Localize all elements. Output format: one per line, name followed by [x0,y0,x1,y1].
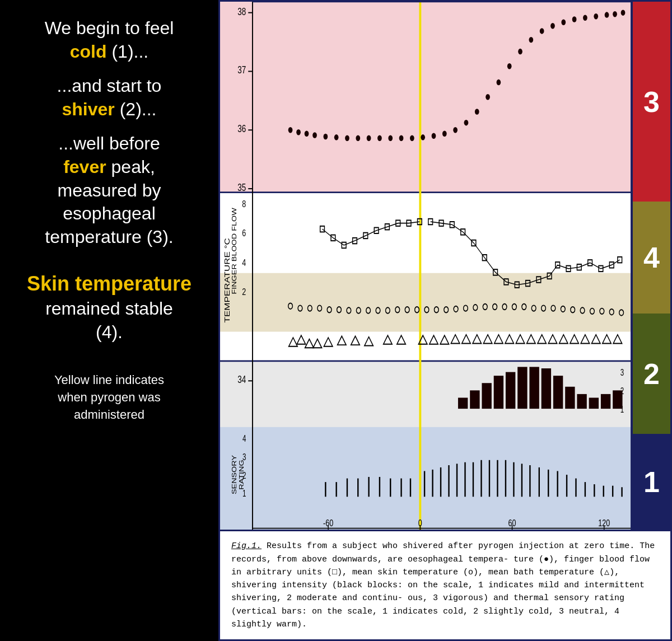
yellow-line-note: Yellow line indicateswhen pyrogen wasadm… [11,372,207,423]
svg-text:34: 34 [237,373,246,385]
svg-point-54 [367,135,371,141]
svg-text:120: 120 [598,517,610,528]
shiver-rest: (2)... [120,99,157,119]
svg-rect-183 [589,397,599,409]
svg-point-50 [323,134,328,139]
svg-point-52 [345,135,349,141]
svg-text:TEMPERATURE °C: TEMPERATURE °C [223,238,231,322]
skin-temp-label: Skin temperature [11,271,207,297]
fever-line2: peak, [111,157,155,177]
svg-text:38: 38 [237,6,246,17]
badge-3: 3 [633,2,670,202]
cold-word: cold [70,41,107,62]
fever-line4: esophageal [63,203,155,223]
svg-point-68 [518,49,522,54]
svg-point-56 [388,135,393,141]
fig-label: Fig.1. [231,541,262,551]
svg-rect-175 [494,376,503,409]
svg-rect-174 [482,383,491,409]
svg-rect-2 [220,273,631,332]
svg-text:6: 6 [242,227,246,238]
svg-point-78 [621,10,626,15]
svg-rect-0 [220,2,631,193]
svg-rect-172 [458,397,468,409]
svg-point-64 [475,109,479,114]
svg-text:1: 1 [242,488,246,498]
cold-line1: We begin to feel [45,18,174,38]
svg-point-76 [605,12,609,17]
svg-rect-177 [517,367,527,409]
svg-point-65 [486,94,490,100]
svg-point-51 [334,134,339,140]
fever-text-block: ...well before fever peak, measured by e… [11,132,207,249]
svg-text:-60: -60 [323,517,333,528]
svg-point-53 [356,135,360,141]
svg-point-46 [288,127,293,133]
svg-point-72 [561,19,566,25]
shiver-line1: ...and start to [57,76,162,96]
svg-text:2: 2 [242,286,246,297]
svg-point-60 [432,133,436,139]
svg-text:60: 60 [508,517,516,528]
svg-point-66 [497,79,501,85]
shiver-text-block: ...and start to shiver (2)... [11,74,207,121]
svg-text:4: 4 [242,433,246,443]
svg-text:SENSORY: SENSORY [231,455,238,494]
svg-point-73 [572,16,577,22]
svg-point-49 [312,132,317,138]
chart-svg-container: 38 37 36 35 TEMPERATURE °C 8 6 4 2 FINGE… [220,2,631,530]
svg-point-74 [583,15,587,21]
svg-rect-4 [220,427,631,530]
svg-point-67 [507,63,512,69]
svg-point-47 [296,129,301,135]
badge-2: 2 [633,314,670,433]
fever-line5: temperature (3). [45,227,173,247]
svg-point-77 [613,11,617,17]
svg-rect-178 [529,367,539,409]
svg-point-48 [305,131,309,137]
fever-line1: ...well before [58,133,160,153]
skin-temp-block: Skin temperature remained stable(4). [11,271,207,344]
badge-1: 1 [633,434,670,530]
svg-text:3: 3 [620,367,624,377]
svg-point-55 [377,135,382,141]
svg-point-69 [529,37,533,43]
cold-rest: (1)... [111,41,148,62]
svg-text:4: 4 [242,257,246,268]
left-panel: We begin to feel cold (1)... ...and star… [0,0,218,641]
shiver-word: shiver [62,99,115,119]
cold-text-block: We begin to feel cold (1)... [11,17,207,63]
svg-point-75 [594,13,598,19]
svg-rect-173 [470,390,479,409]
svg-point-62 [453,127,458,133]
svg-rect-185 [613,390,622,409]
svg-point-63 [464,120,469,125]
caption-area: Fig.1. Results from a subject who shiver… [220,530,670,639]
svg-rect-184 [601,394,610,409]
chart-svg: 38 37 36 35 TEMPERATURE °C 8 6 4 2 FINGE… [220,2,631,530]
svg-rect-180 [553,376,563,409]
svg-point-58 [410,135,414,141]
svg-point-70 [540,28,544,34]
svg-text:RATING: RATING [238,460,245,489]
svg-rect-181 [565,387,575,409]
badges-column: 3 4 2 1 [631,2,670,530]
svg-text:0: 0 [418,517,422,528]
svg-rect-182 [577,394,586,409]
right-panel: 38 37 36 35 TEMPERATURE °C 8 6 4 2 FINGE… [218,0,672,641]
svg-point-71 [550,23,555,29]
svg-text:35: 35 [237,181,246,193]
svg-text:37: 37 [237,64,246,75]
svg-rect-176 [506,372,515,409]
svg-rect-179 [542,368,551,409]
fever-word: fever [63,157,106,177]
svg-point-61 [442,131,447,137]
svg-point-59 [421,134,425,140]
svg-text:FINGER BLOOD FLOW: FINGER BLOOD FLOW [231,208,238,294]
chart-area: 38 37 36 35 TEMPERATURE °C 8 6 4 2 FINGE… [220,2,670,530]
badge-4: 4 [633,202,670,314]
fever-line3: measured by [58,180,161,200]
svg-point-57 [399,135,404,141]
svg-text:36: 36 [237,123,246,134]
caption-text: Results from a subject who shivered afte… [231,541,655,629]
